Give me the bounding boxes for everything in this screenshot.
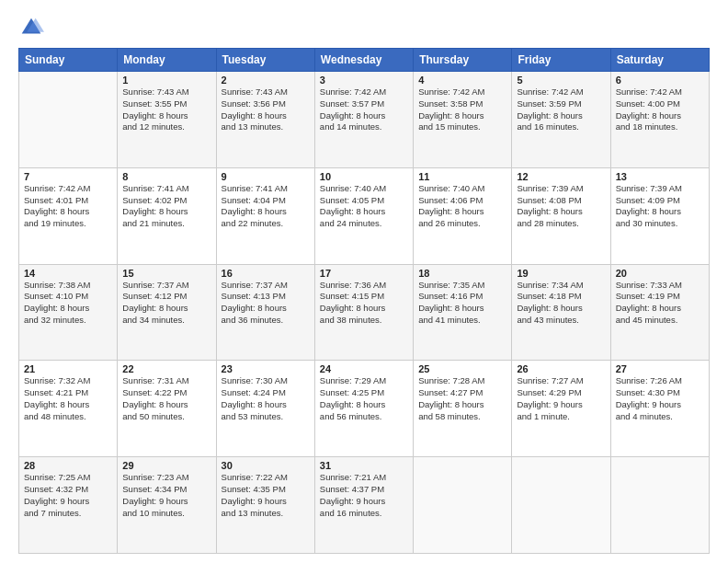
day-info: Sunrise: 7:42 AMSunset: 3:58 PMDaylight:… [418,86,506,133]
day-info: Sunrise: 7:42 AMSunset: 4:01 PMDaylight:… [24,183,112,230]
day-info: Sunrise: 7:26 AMSunset: 4:30 PMDaylight:… [616,375,704,422]
day-info: Sunrise: 7:38 AMSunset: 4:10 PMDaylight:… [24,280,112,327]
day-number: 16 [222,268,310,279]
calendar-cell: 5Sunrise: 7:42 AMSunset: 3:59 PMDaylight… [512,72,610,168]
weekday-header-row: SundayMondayTuesdayWednesdayThursdayFrid… [19,49,710,72]
day-number: 25 [418,363,506,374]
weekday-header-saturday: Saturday [610,49,709,72]
calendar-cell [610,457,709,554]
day-number: 30 [222,460,310,471]
calendar-week-row: 21Sunrise: 7:32 AMSunset: 4:21 PMDayligh… [19,361,710,457]
day-number: 2 [222,75,310,86]
calendar-cell: 23Sunrise: 7:30 AMSunset: 4:24 PMDayligh… [216,361,314,457]
calendar-week-row: 28Sunrise: 7:25 AMSunset: 4:32 PMDayligh… [19,457,710,554]
calendar-cell: 17Sunrise: 7:36 AMSunset: 4:15 PMDayligh… [314,264,413,361]
day-info: Sunrise: 7:39 AMSunset: 4:09 PMDaylight:… [616,183,704,230]
day-info: Sunrise: 7:22 AMSunset: 4:35 PMDaylight:… [222,472,310,519]
calendar-cell: 20Sunrise: 7:33 AMSunset: 4:19 PMDayligh… [610,264,709,361]
day-info: Sunrise: 7:28 AMSunset: 4:27 PMDaylight:… [418,375,506,422]
weekday-header-friday: Friday [512,49,610,72]
calendar-cell: 27Sunrise: 7:26 AMSunset: 4:30 PMDayligh… [610,361,709,457]
day-info: Sunrise: 7:42 AMSunset: 3:59 PMDaylight:… [517,86,605,133]
day-info: Sunrise: 7:40 AMSunset: 4:05 PMDaylight:… [320,183,408,230]
day-number: 20 [616,268,704,279]
day-info: Sunrise: 7:36 AMSunset: 4:15 PMDaylight:… [320,280,408,327]
calendar-cell: 13Sunrise: 7:39 AMSunset: 4:09 PMDayligh… [610,167,709,264]
day-number: 4 [418,75,506,86]
logo [18,15,48,40]
calendar-cell: 11Sunrise: 7:40 AMSunset: 4:06 PMDayligh… [414,167,512,264]
calendar-cell: 12Sunrise: 7:39 AMSunset: 4:08 PMDayligh… [512,167,610,264]
day-number: 15 [122,268,210,279]
day-info: Sunrise: 7:42 AMSunset: 3:57 PMDaylight:… [320,86,408,133]
day-info: Sunrise: 7:34 AMSunset: 4:18 PMDaylight:… [517,280,605,327]
calendar-cell: 14Sunrise: 7:38 AMSunset: 4:10 PMDayligh… [19,264,118,361]
day-info: Sunrise: 7:39 AMSunset: 4:08 PMDaylight:… [517,183,605,230]
day-info: Sunrise: 7:33 AMSunset: 4:19 PMDaylight:… [616,280,704,327]
calendar-cell: 28Sunrise: 7:25 AMSunset: 4:32 PMDayligh… [19,457,118,554]
day-number: 31 [320,460,408,471]
day-number: 24 [320,363,408,374]
calendar-cell: 3Sunrise: 7:42 AMSunset: 3:57 PMDaylight… [314,72,413,168]
calendar-cell: 30Sunrise: 7:22 AMSunset: 4:35 PMDayligh… [216,457,314,554]
day-number: 19 [517,268,605,279]
calendar-cell: 8Sunrise: 7:41 AMSunset: 4:02 PMDaylight… [118,167,216,264]
calendar-cell: 25Sunrise: 7:28 AMSunset: 4:27 PMDayligh… [414,361,512,457]
calendar-cell: 1Sunrise: 7:43 AMSunset: 3:55 PMDaylight… [118,72,216,168]
calendar-table: SundayMondayTuesdayWednesdayThursdayFrid… [18,48,710,554]
day-info: Sunrise: 7:30 AMSunset: 4:24 PMDaylight:… [222,375,310,422]
day-number: 28 [24,460,112,471]
calendar-cell: 6Sunrise: 7:42 AMSunset: 4:00 PMDaylight… [610,72,709,168]
day-info: Sunrise: 7:29 AMSunset: 4:25 PMDaylight:… [320,375,408,422]
calendar-cell [414,457,512,554]
weekday-header-sunday: Sunday [19,49,118,72]
calendar-cell: 31Sunrise: 7:21 AMSunset: 4:37 PMDayligh… [314,457,413,554]
day-number: 14 [24,268,112,279]
day-number: 10 [320,171,408,182]
weekday-header-wednesday: Wednesday [314,49,413,72]
day-info: Sunrise: 7:27 AMSunset: 4:29 PMDaylight:… [517,375,605,422]
day-number: 29 [122,460,210,471]
day-info: Sunrise: 7:37 AMSunset: 4:12 PMDaylight:… [122,280,210,327]
calendar-cell: 22Sunrise: 7:31 AMSunset: 4:22 PMDayligh… [118,361,216,457]
calendar-cell: 9Sunrise: 7:41 AMSunset: 4:04 PMDaylight… [216,167,314,264]
day-info: Sunrise: 7:31 AMSunset: 4:22 PMDaylight:… [122,375,210,422]
day-number: 26 [517,363,605,374]
calendar-cell: 18Sunrise: 7:35 AMSunset: 4:16 PMDayligh… [414,264,512,361]
calendar-page: SundayMondayTuesdayWednesdayThursdayFrid… [0,0,728,563]
day-number: 1 [122,75,210,86]
day-info: Sunrise: 7:37 AMSunset: 4:13 PMDaylight:… [222,280,310,327]
calendar-week-row: 1Sunrise: 7:43 AMSunset: 3:55 PMDaylight… [19,72,710,168]
logo-icon [18,15,44,40]
calendar-cell: 19Sunrise: 7:34 AMSunset: 4:18 PMDayligh… [512,264,610,361]
day-info: Sunrise: 7:21 AMSunset: 4:37 PMDaylight:… [320,472,408,519]
day-info: Sunrise: 7:41 AMSunset: 4:02 PMDaylight:… [122,183,210,230]
day-info: Sunrise: 7:43 AMSunset: 3:56 PMDaylight:… [222,86,310,133]
day-number: 9 [222,171,310,182]
day-number: 8 [122,171,210,182]
day-number: 7 [24,171,112,182]
day-info: Sunrise: 7:41 AMSunset: 4:04 PMDaylight:… [222,183,310,230]
weekday-header-monday: Monday [118,49,216,72]
day-number: 17 [320,268,408,279]
day-info: Sunrise: 7:40 AMSunset: 4:06 PMDaylight:… [418,183,506,230]
calendar-cell: 24Sunrise: 7:29 AMSunset: 4:25 PMDayligh… [314,361,413,457]
day-info: Sunrise: 7:25 AMSunset: 4:32 PMDaylight:… [24,472,112,519]
calendar-cell: 2Sunrise: 7:43 AMSunset: 3:56 PMDaylight… [216,72,314,168]
day-number: 13 [616,171,704,182]
day-number: 11 [418,171,506,182]
calendar-cell: 29Sunrise: 7:23 AMSunset: 4:34 PMDayligh… [118,457,216,554]
calendar-week-row: 7Sunrise: 7:42 AMSunset: 4:01 PMDaylight… [19,167,710,264]
day-number: 22 [122,363,210,374]
day-info: Sunrise: 7:42 AMSunset: 4:00 PMDaylight:… [616,86,704,133]
calendar-cell: 21Sunrise: 7:32 AMSunset: 4:21 PMDayligh… [19,361,118,457]
day-info: Sunrise: 7:35 AMSunset: 4:16 PMDaylight:… [418,280,506,327]
calendar-cell [512,457,610,554]
day-number: 3 [320,75,408,86]
calendar-cell: 10Sunrise: 7:40 AMSunset: 4:05 PMDayligh… [314,167,413,264]
calendar-cell: 16Sunrise: 7:37 AMSunset: 4:13 PMDayligh… [216,264,314,361]
day-number: 18 [418,268,506,279]
day-number: 23 [222,363,310,374]
calendar-cell: 4Sunrise: 7:42 AMSunset: 3:58 PMDaylight… [414,72,512,168]
weekday-header-tuesday: Tuesday [216,49,314,72]
